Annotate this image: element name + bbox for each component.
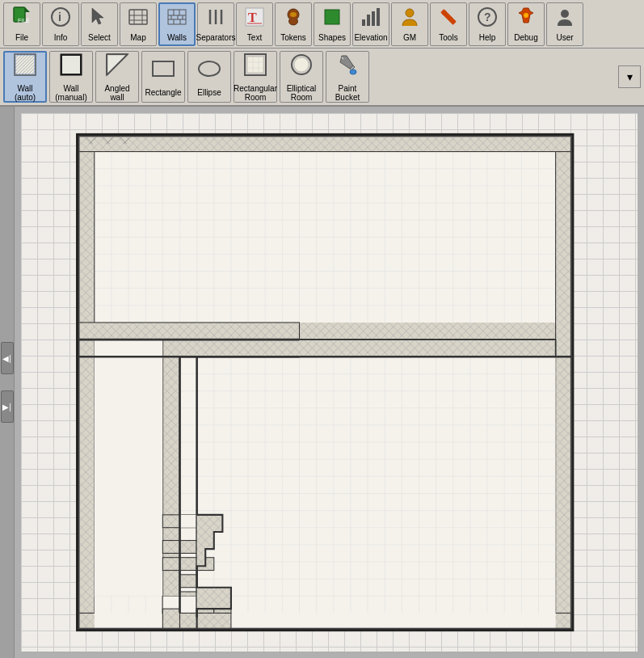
svg-marker-1 xyxy=(25,7,30,12)
rectangular-room-icon xyxy=(243,53,267,82)
svg-rect-63 xyxy=(153,61,174,76)
sub-rectangular-room-label: RectangularRoom xyxy=(234,84,277,102)
sub-wall-auto[interactable]: Wall(auto) xyxy=(3,51,47,103)
tool-user[interactable]: User xyxy=(546,2,583,46)
svg-rect-165 xyxy=(162,340,555,356)
tool-shapes-label: Shapes xyxy=(318,33,346,42)
svg-point-72 xyxy=(294,57,309,72)
svg-text:i: i xyxy=(58,11,61,23)
sub-angled-wall[interactable]: Angledwall xyxy=(95,51,139,103)
help-icon: ? xyxy=(477,6,498,32)
sub-wall-manual[interactable]: Wall(manual) xyxy=(49,51,93,103)
sub-paint-bucket-label: PaintBucket xyxy=(335,84,360,102)
side-toggle-down[interactable]: ▶| xyxy=(1,390,14,423)
tool-separators-label: Separators xyxy=(196,33,236,42)
svg-rect-33 xyxy=(372,11,375,26)
collapse-subtoolbar-button[interactable]: ▾ xyxy=(618,65,641,88)
sub-wall-manual-label: Wall(manual) xyxy=(55,84,86,102)
tool-elevation[interactable]: Elevation xyxy=(352,2,389,46)
tool-tokens-label: Tokens xyxy=(280,33,306,42)
sub-ellipse[interactable]: Ellipse xyxy=(187,51,231,103)
canvas-area[interactable] xyxy=(15,107,644,658)
svg-rect-164 xyxy=(162,340,179,613)
tokens-icon xyxy=(283,6,304,32)
tool-select-label: Select xyxy=(88,33,111,42)
svg-point-29 xyxy=(290,12,297,17)
rectangle-icon xyxy=(151,57,175,86)
tools-icon xyxy=(438,6,459,32)
shapes-icon xyxy=(322,6,343,32)
tool-info-label: Info xyxy=(54,33,68,42)
svg-rect-176 xyxy=(180,613,231,630)
svg-point-37 xyxy=(442,11,447,15)
tool-info[interactable]: i Info xyxy=(42,2,79,46)
sub-ellipse-label: Ellipse xyxy=(197,88,221,97)
tool-shapes[interactable]: Shapes xyxy=(314,2,351,46)
svg-rect-12 xyxy=(168,10,186,24)
tool-separators[interactable]: Separators xyxy=(197,2,234,46)
elevation-icon xyxy=(360,6,381,32)
tool-gm[interactable]: GM xyxy=(391,2,428,46)
tool-help[interactable]: ? Help xyxy=(469,2,506,46)
sub-toolbar: Wall(auto) Wall(manual) Angledwall xyxy=(0,49,644,107)
tool-debug[interactable]: Debug xyxy=(507,2,545,46)
sub-rectangle-label: Rectangle xyxy=(145,88,181,97)
tool-text[interactable]: T Text xyxy=(236,2,273,46)
tool-debug-label: Debug xyxy=(514,33,537,42)
wall-manual-icon xyxy=(59,53,83,82)
svg-rect-32 xyxy=(367,15,370,26)
svg-point-40 xyxy=(524,13,528,18)
grid-canvas xyxy=(21,113,638,652)
map-icon xyxy=(128,6,149,32)
tool-walls-label: Walls xyxy=(167,33,187,42)
tool-elevation-label: Elevation xyxy=(354,33,387,42)
sub-wall-auto-label: Wall(auto) xyxy=(15,84,36,102)
svg-rect-118 xyxy=(78,134,95,630)
collapse-icon: ▾ xyxy=(627,70,633,83)
svg-rect-117 xyxy=(556,134,573,630)
dungeon-map xyxy=(21,113,638,652)
svg-rect-30 xyxy=(325,10,339,24)
tool-file[interactable]: FILE File xyxy=(3,2,40,46)
sub-elliptical-room[interactable]: EllipticalRoom xyxy=(280,51,323,103)
separators-icon xyxy=(205,6,226,32)
sub-angled-wall-label: Angledwall xyxy=(104,84,129,102)
svg-point-35 xyxy=(406,9,414,17)
svg-text:T: T xyxy=(248,11,257,24)
svg-point-73 xyxy=(350,70,356,74)
user-icon xyxy=(554,6,575,32)
svg-rect-66 xyxy=(247,57,263,73)
tool-user-label: User xyxy=(556,33,573,42)
svg-rect-7 xyxy=(129,10,147,24)
main-area: ◀| ▶| xyxy=(0,107,644,658)
tool-map-label: Map xyxy=(130,33,145,42)
walls-icon xyxy=(166,6,187,32)
wall-auto-icon xyxy=(13,53,37,82)
sub-paint-bucket[interactable]: PaintBucket xyxy=(326,51,369,103)
sub-toolbar-right: ▾ xyxy=(618,65,641,88)
svg-rect-34 xyxy=(377,8,380,26)
tool-file-label: File xyxy=(15,33,28,42)
svg-text:?: ? xyxy=(484,11,491,23)
angled-wall-icon xyxy=(105,53,129,82)
svg-rect-163 xyxy=(78,323,300,340)
svg-rect-166 xyxy=(95,340,163,596)
side-toggle-panel: ◀| ▶| xyxy=(0,107,15,658)
tool-tokens[interactable]: Tokens xyxy=(275,2,312,46)
svg-point-64 xyxy=(199,61,220,76)
paint-bucket-icon xyxy=(335,53,360,82)
tool-map[interactable]: Map xyxy=(120,2,157,46)
tool-text-label: Text xyxy=(247,33,262,42)
text-icon: T xyxy=(244,6,265,32)
sub-rectangular-room[interactable]: RectangularRoom xyxy=(234,51,277,103)
tool-tools[interactable]: Tools xyxy=(430,2,467,46)
tool-help-label: Help xyxy=(479,33,496,42)
tool-walls[interactable]: Walls xyxy=(158,2,196,46)
svg-rect-57 xyxy=(62,56,80,74)
svg-rect-120 xyxy=(78,134,573,151)
tool-select[interactable]: Select xyxy=(81,2,118,46)
svg-rect-170 xyxy=(180,575,197,588)
debug-icon xyxy=(516,6,537,32)
side-toggle-up[interactable]: ◀| xyxy=(1,342,14,374)
sub-rectangle[interactable]: Rectangle xyxy=(141,51,185,103)
